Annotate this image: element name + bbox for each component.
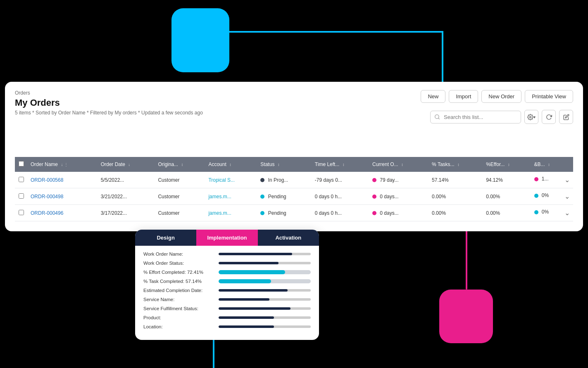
row-status: Pending: [257, 205, 311, 221]
tab-activation[interactable]: Activation: [258, 230, 319, 246]
row-order-name: ORDR-000498: [27, 188, 98, 205]
row-order-name: ORDR-000496: [27, 205, 98, 221]
current-dot: [372, 195, 376, 199]
b-dot: [534, 194, 538, 198]
edit-icon: [563, 114, 569, 120]
edit-button[interactable]: [559, 110, 573, 124]
header-checkbox-col: [15, 157, 27, 172]
row-current-o: 0 days...: [369, 188, 429, 205]
header-tasks[interactable]: % Tasks... ↕: [429, 157, 483, 172]
detail-field-label: Service Name:: [143, 297, 214, 302]
new-button[interactable]: New: [421, 90, 445, 103]
row-checkbox[interactable]: [19, 193, 24, 199]
sort-icon-date: ↓: [128, 162, 130, 167]
row-current-o: 0 days...: [369, 205, 429, 221]
account-link[interactable]: james.m...: [208, 194, 231, 199]
detail-field-label: Work Order Name:: [143, 252, 214, 256]
status-dot: [260, 195, 264, 199]
current-dot: [372, 178, 376, 182]
progress-fill: [219, 279, 271, 283]
row-order-date: 5/5/2022...: [98, 172, 155, 188]
current-text: 0 days...: [380, 194, 398, 199]
detail-bar-fill: [219, 307, 290, 310]
header-b[interactable]: &B... ↕: [531, 157, 573, 172]
detail-bar: [219, 325, 311, 328]
status-dot: [260, 178, 264, 182]
sort-icon-orig: ↕: [181, 162, 183, 167]
detail-bar: [219, 307, 311, 310]
refresh-button[interactable]: [542, 110, 556, 124]
header-account[interactable]: Account ↕: [205, 157, 257, 172]
header-order-name[interactable]: Order Name ↓ ⋮: [27, 157, 98, 172]
expand-icon[interactable]: ⌄: [564, 209, 570, 217]
header-current-o[interactable]: Current O... ↕: [369, 157, 429, 172]
row-order-date: 3/17/2022...: [98, 205, 155, 221]
main-panel: Orders My Orders 5 items * Sorted by Ord…: [5, 82, 583, 231]
table-row: ORDR-000496 3/17/2022... Customer james.…: [15, 205, 573, 221]
order-name-link[interactable]: ORDR-000568: [31, 177, 63, 183]
row-checkbox-cell: [15, 172, 27, 188]
b-dot: [534, 177, 538, 181]
order-name-link[interactable]: ORDR-000496: [31, 210, 63, 216]
row-effort: 0.00%: [483, 188, 531, 205]
sort-icon-status: ↕: [278, 162, 280, 167]
row-effort: 0.00%: [483, 205, 531, 221]
detail-bar-fill: [219, 298, 269, 301]
row-b: 0% ⌄: [531, 205, 573, 221]
new-order-button[interactable]: New Order: [481, 90, 521, 103]
expand-icon[interactable]: ⌄: [564, 176, 570, 184]
header-original[interactable]: Origina... ↕: [155, 157, 205, 172]
current-dot: [372, 211, 376, 215]
current-text: 79 day...: [380, 177, 398, 183]
printable-view-button[interactable]: Printable View: [525, 90, 573, 103]
row-checkbox[interactable]: [19, 177, 24, 182]
connector-line-horizontal-top: [229, 31, 443, 33]
expand-icon[interactable]: ⌄: [564, 192, 570, 200]
b-text: 0%: [542, 192, 549, 198]
import-button[interactable]: Import: [449, 90, 478, 103]
header-effort[interactable]: %Effor... ↕: [483, 157, 531, 172]
header-time-left[interactable]: Time Left... ↕: [312, 157, 369, 172]
sort-icon-acct: ↕: [229, 162, 231, 167]
sort-icon-effort: ↕: [508, 162, 510, 167]
detail-field-row: Service Fulfillment Status:: [143, 306, 311, 311]
account-link[interactable]: Tropical S...: [208, 177, 235, 183]
connector-line-vertical-right: [442, 31, 443, 85]
connector-line-pink-vertical: [466, 223, 467, 290]
detail-bar-fill: [219, 262, 279, 264]
toolbar: New Import New Order Printable View: [421, 90, 573, 103]
order-name-link[interactable]: ORDR-000498: [31, 194, 63, 199]
detail-bar: [219, 253, 311, 255]
b-dot: [534, 210, 538, 214]
header-status[interactable]: Status ↕: [257, 157, 311, 172]
row-account: Tropical S...: [205, 172, 257, 188]
progress-track: [219, 270, 311, 274]
header-order-date[interactable]: Order Date ↓: [98, 157, 155, 172]
search-input[interactable]: [430, 111, 521, 123]
settings-button[interactable]: ▾: [524, 110, 538, 124]
detail-field-row: Estimated Completion Date:: [143, 288, 311, 293]
svg-point-2: [530, 116, 531, 118]
detail-field-row: % Effort Completed: 72.41%: [143, 270, 311, 275]
tab-design[interactable]: Design: [135, 230, 196, 246]
tab-implementation[interactable]: Implementation: [196, 230, 257, 246]
search-icon: [434, 114, 440, 120]
row-original: Customer: [155, 205, 205, 221]
row-account: james.m...: [205, 188, 257, 205]
detail-bar: [219, 298, 311, 301]
row-tasks: 0.00%: [429, 205, 483, 221]
row-current-o: 79 day...: [369, 172, 429, 188]
detail-field-label: Estimated Completion Date:: [143, 288, 214, 293]
orders-table: Order Name ↓ ⋮ Order Date ↓ Origina... ↕…: [15, 157, 573, 221]
detail-field-label: Work Order Status:: [143, 261, 214, 266]
row-time-left: 0 days 0 h...: [312, 205, 369, 221]
row-checkbox[interactable]: [19, 210, 24, 215]
detail-field-row: Location:: [143, 324, 311, 329]
status-text: In Prog...: [268, 177, 288, 183]
row-checkbox-cell: [15, 205, 27, 221]
select-all-checkbox[interactable]: [19, 161, 24, 166]
current-text: 0 days...: [380, 210, 398, 216]
account-link[interactable]: james.m...: [208, 210, 231, 216]
detail-field-label: % Task Completed: 57.14%: [143, 279, 214, 284]
status-dot: [260, 211, 264, 215]
